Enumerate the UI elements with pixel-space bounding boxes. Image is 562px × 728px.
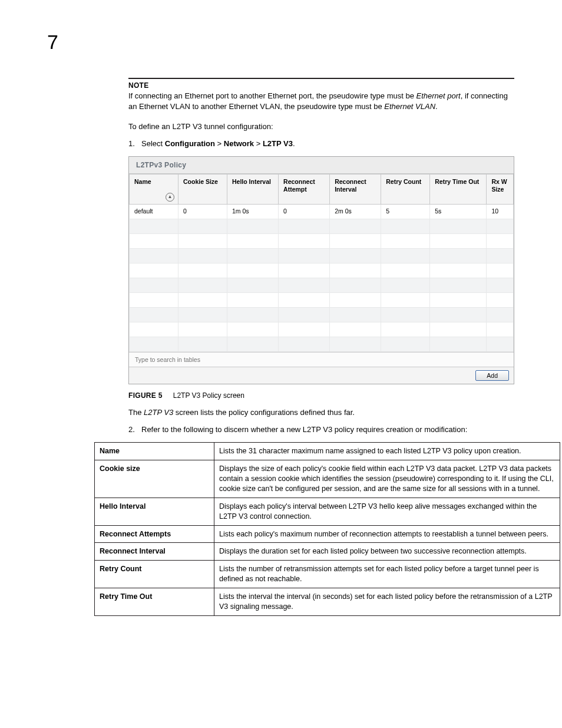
desc-text: Lists the 31 character maximum name assi…	[214, 443, 560, 460]
add-button[interactable]: Add	[475, 370, 509, 381]
col-rx-w-size[interactable]: Rx W Size	[487, 174, 514, 205]
desc-row: Cookie sizeDisplays the size of each pol…	[95, 460, 560, 498]
desc-text: Lists the interval the interval (in seco…	[214, 588, 560, 616]
note-heading: NOTE	[128, 81, 514, 90]
col-cookie-size[interactable]: Cookie Size	[178, 174, 227, 205]
para-post: screen lists the policy configurations d…	[173, 408, 355, 417]
step-1-post: .	[293, 139, 295, 148]
cell-reconnect-attempt: 0	[279, 205, 330, 219]
step-2-text: Refer to the following to discern whethe…	[141, 425, 467, 434]
col-reconnect-attempt[interactable]: Reconnect Attempt	[279, 174, 330, 205]
table-row	[130, 278, 514, 293]
paragraph: The L2TP V3 screen lists the policy conf…	[128, 408, 514, 417]
intro-text: To define an L2TP V3 tunnel configuratio…	[128, 122, 514, 131]
cell-rx-w-size: 10	[487, 205, 514, 219]
note-rule-top	[128, 78, 514, 79]
step-1-b1: Configuration	[165, 139, 215, 148]
table-row	[130, 249, 514, 263]
para-em: L2TP V3	[144, 408, 173, 417]
desc-row: Hello IntervalDisplays each policy's int…	[95, 498, 560, 525]
note-em-1: Ethernet port	[416, 91, 461, 100]
table-row	[130, 308, 514, 322]
col-reconnect-interval[interactable]: Reconnect Interval	[330, 174, 381, 205]
desc-text: Displays the size of each policy's cooki…	[214, 460, 560, 498]
desc-row: Reconnect IntervalDisplays the duration …	[95, 543, 560, 561]
sort-asc-icon[interactable]: ▲	[166, 193, 174, 202]
desc-row: NameLists the 31 character maximum name …	[95, 443, 560, 460]
table-row[interactable]: default 0 1m 0s 0 2m 0s 5 5s 10	[130, 205, 514, 219]
step-1-b2: Network	[224, 139, 254, 148]
desc-text: Displays each policy's interval between …	[214, 498, 560, 525]
step-1: 1.Select Configuration > Network > L2TP …	[128, 139, 514, 148]
desc-field: Hello Interval	[95, 498, 214, 525]
note-text-post: .	[435, 102, 438, 111]
desc-row: Retry Time OutLists the interval the int…	[95, 588, 560, 616]
note-body: If connecting an Ethernet port to anothe…	[128, 91, 514, 111]
desc-field: Retry Count	[95, 561, 214, 588]
table-header-row: Name▲ Cookie Size Hello Interval Reconne…	[130, 174, 514, 205]
desc-field: Retry Time Out	[95, 588, 214, 616]
desc-field: Reconnect Attempts	[95, 525, 214, 543]
cell-retry-time-out: 5s	[430, 205, 487, 219]
table-row	[130, 293, 514, 308]
desc-row: Reconnect AttemptsLists each policy's ma…	[95, 525, 560, 543]
cell-reconnect-interval: 2m 0s	[330, 205, 381, 219]
table-row	[130, 322, 514, 337]
cell-name: default	[130, 205, 178, 219]
col-name-label: Name	[134, 178, 151, 185]
step-1-pre: Select	[141, 139, 165, 148]
desc-field: Cookie size	[95, 460, 214, 498]
step-1-b3: L2TP V3	[263, 139, 293, 148]
step-1-sep1: >	[215, 139, 224, 148]
table-search-input[interactable]	[134, 355, 236, 364]
col-name[interactable]: Name▲	[130, 174, 178, 205]
table-row	[130, 263, 514, 278]
table-row	[130, 337, 514, 352]
cell-hello-interval: 1m 0s	[227, 205, 279, 219]
table-row	[130, 219, 514, 234]
figure-caption: FIGURE 5L2TP V3 Policy screen	[128, 391, 514, 400]
step-2-number: 2.	[128, 425, 141, 434]
step-1-number: 1.	[128, 139, 141, 148]
panel-toolbar: Add	[129, 367, 514, 384]
desc-row: Retry CountLists the number of retransmi…	[95, 561, 560, 588]
cell-cookie-size: 0	[178, 205, 227, 219]
para-pre: The	[128, 408, 144, 417]
col-retry-time-out[interactable]: Retry Time Out	[430, 174, 487, 205]
chapter-number: 7	[47, 31, 58, 54]
figure-label: FIGURE 5	[128, 391, 163, 400]
desc-field: Reconnect Interval	[95, 543, 214, 561]
policy-table: Name▲ Cookie Size Hello Interval Reconne…	[129, 174, 514, 352]
figure-caption-text: L2TP V3 Policy screen	[173, 391, 244, 400]
col-hello-interval[interactable]: Hello Interval	[227, 174, 279, 205]
desc-text: Lists each policy's maximum number of re…	[214, 525, 560, 543]
desc-text: Lists the number of retransmission attem…	[214, 561, 560, 588]
step-2: 2.Refer to the following to discern whet…	[128, 425, 514, 434]
table-search-bar	[129, 352, 514, 367]
note-text-pre: If connecting an Ethernet port to anothe…	[128, 91, 416, 100]
step-1-sep2: >	[254, 139, 263, 148]
l2tpv3-policy-panel: L2TPv3 Policy Name▲ Cookie Size Hello In…	[128, 156, 514, 384]
desc-text: Displays the duration set for each liste…	[214, 543, 560, 561]
field-description-table: NameLists the 31 character maximum name …	[94, 442, 560, 616]
cell-retry-count: 5	[381, 205, 430, 219]
panel-title: L2TPv3 Policy	[129, 157, 514, 174]
desc-field: Name	[95, 443, 214, 460]
note-em-2: Ethernet VLAN	[384, 102, 435, 111]
col-retry-count[interactable]: Retry Count	[381, 174, 430, 205]
table-row	[130, 234, 514, 249]
